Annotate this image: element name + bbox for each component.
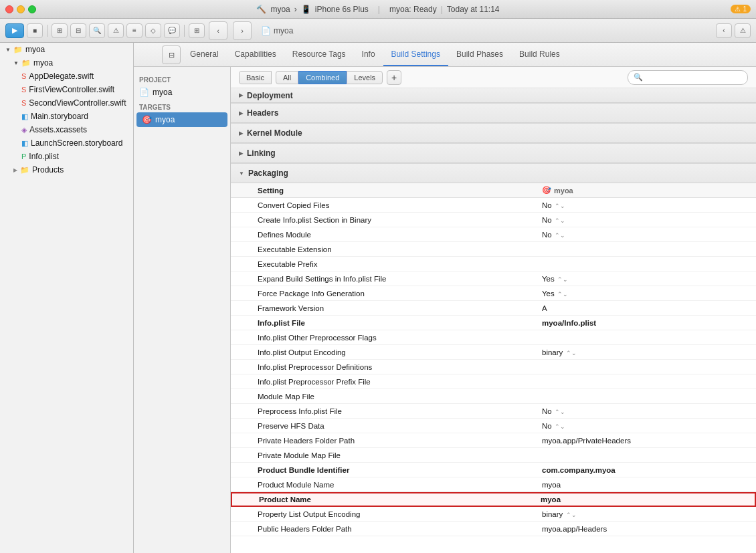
add-setting-button[interactable]: + [387, 70, 401, 85]
linking-section-header[interactable]: ▶ Linking [231, 143, 756, 163]
kernel-section-header[interactable]: ▶ Kernel Module [231, 123, 756, 143]
setting-value: binary ⌃⌄ [542, 510, 756, 518]
status-text: myoa: Ready [389, 5, 437, 14]
table-row[interactable]: Info.plist Preprocessor Definitions [231, 360, 756, 374]
table-row[interactable]: Executable Extension [231, 242, 756, 257]
table-row[interactable]: Defines Module No ⌃⌄ [231, 227, 756, 242]
target-icon: 🎯 [142, 115, 152, 124]
packaging-section-header[interactable]: ▼ Packaging [231, 163, 756, 183]
sidebar-root[interactable]: ▼ 📁 myoa [0, 43, 133, 56]
headers-section-header[interactable]: ▶ Headers [231, 103, 756, 123]
sidebar-appdelegate-label: AppDelegate.swift [29, 72, 94, 81]
table-row[interactable]: Product Module Name myoa [231, 477, 756, 492]
breadcrumb: 📄 myoa [261, 26, 293, 35]
all-button[interactable]: All [276, 71, 298, 84]
warning-badge[interactable]: ⚠ 1 [731, 5, 751, 13]
table-row[interactable]: Force Package Info Generation Yes ⌃⌄ [231, 286, 756, 301]
search-box[interactable]: 🔍 [628, 70, 748, 85]
project-panel-project-name: myoa [153, 88, 172, 97]
basic-button[interactable]: Basic [239, 71, 272, 84]
stepper-icon: ⌃⌄ [556, 276, 569, 283]
sidebar-main-storyboard[interactable]: ◧ Main.storyboard [0, 110, 133, 123]
close-button[interactable] [5, 5, 13, 13]
storyboard-icon-main: ◧ [21, 112, 28, 121]
table-row[interactable]: Info.plist Other Preprocessor Flags [231, 330, 756, 345]
grid-icon[interactable]: ⊞ [189, 23, 205, 38]
table-row[interactable]: Info.plist Output Encoding binary ⌃⌄ [231, 345, 756, 360]
sidebar-products[interactable]: ▶ 📁 Products [0, 163, 133, 177]
minimize-button[interactable] [17, 5, 25, 13]
sub-toolbar: Basic All Combined Levels + 🔍 [231, 67, 756, 88]
tab-build-settings[interactable]: Build Settings [383, 43, 448, 66]
sidebar-infoplist[interactable]: P Info.plist [0, 150, 133, 163]
warning-nav-icon[interactable]: ⚠ [735, 23, 751, 38]
combined-button[interactable]: Combined [298, 71, 347, 84]
sidebar-myoa-folder[interactable]: ▼ 📁 myoa [0, 56, 133, 70]
setting-name: Defines Module [258, 231, 542, 239]
traffic-lights[interactable] [5, 5, 36, 13]
project-panel-project[interactable]: 📄 myoa [134, 85, 230, 100]
list-icon[interactable]: ≡ [126, 23, 143, 38]
table-row[interactable]: Info.plist Preprocessor Prefix File [231, 374, 756, 389]
setting-value: myoa.app/PrivateHeaders [542, 437, 756, 445]
levels-button[interactable]: Levels [347, 71, 383, 84]
product-name-label: Product Name [259, 495, 541, 504]
setting-name: Info.plist Preprocessor Definitions [258, 363, 542, 371]
table-row[interactable]: Framework Version A [231, 301, 756, 316]
comment-icon[interactable]: 💬 [164, 23, 180, 38]
tab-capabilities[interactable]: Capabilities [227, 43, 284, 66]
tab-general[interactable]: General [182, 43, 227, 66]
table-row[interactable]: Private Headers Folder Path myoa.app/Pri… [231, 433, 756, 448]
table-row[interactable]: Property List Output Encoding binary ⌃⌄ [231, 507, 756, 522]
kernel-triangle: ▶ [239, 130, 243, 136]
setting-name: Info.plist Output Encoding [258, 348, 542, 356]
sidebar-firstvc[interactable]: S FirstViewController.swift [0, 83, 133, 96]
product-name-value: myoa [541, 495, 755, 504]
project-panel-target[interactable]: 🎯 myoa [136, 112, 227, 127]
search-icon[interactable]: 🔍 [89, 23, 105, 38]
setting-name: Preserve HFS Data [258, 422, 542, 430]
table-row[interactable]: Create Info.plist Section in Binary No ⌃… [231, 213, 756, 227]
title-bar-right: ⚠ 1 [731, 5, 751, 13]
product-name-row[interactable]: Product Name myoa [231, 492, 756, 507]
tab-resource-tags[interactable]: Resource Tags [284, 43, 354, 66]
tab-build-rules[interactable]: Build Rules [511, 43, 568, 66]
sidebar-launchscreen[interactable]: ◧ LaunchScreen.storyboard [0, 136, 133, 150]
tab-info[interactable]: Info [354, 43, 383, 66]
nav-back-button[interactable]: ‹ [209, 21, 227, 40]
table-row[interactable]: Public Headers Folder Path myoa.app/Head… [231, 522, 756, 536]
nav-forward-button[interactable]: › [233, 21, 252, 40]
scheme-icon[interactable]: ⊞ [52, 23, 68, 38]
sidebar-toggle-icon[interactable]: ⊟ [162, 45, 181, 64]
sidebar-infoplist-label: Info.plist [29, 152, 59, 161]
bookmark-icon[interactable]: ◇ [145, 23, 161, 38]
run-button[interactable]: ▶ [5, 23, 24, 38]
product-bundle-id-name: Product Bundle Identifier [258, 466, 542, 474]
table-row[interactable]: Expand Build Settings in Info.plist File… [231, 271, 756, 286]
stop-button[interactable]: ■ [27, 23, 43, 38]
table-row[interactable]: Convert Copied Files No ⌃⌄ [231, 198, 756, 213]
table-row[interactable]: Product Bundle Identifier com.company.my… [231, 463, 756, 477]
tab-build-phases[interactable]: Build Phases [448, 43, 511, 66]
maximize-button[interactable] [28, 5, 36, 13]
table-row[interactable]: Private Module Map File [231, 448, 756, 463]
tabs-bar: ⊟ General Capabilities Resource Tags Inf… [134, 43, 756, 67]
setting-value: No ⌃⌄ [542, 231, 756, 239]
issues-nav-icon[interactable]: ‹ [716, 23, 732, 38]
right-panel: ⊟ General Capabilities Resource Tags Inf… [134, 43, 756, 553]
setting-value-bold: myoa/Info.plist [542, 319, 756, 327]
sidebar-appdelegate[interactable]: S AppDelegate.swift [0, 70, 133, 83]
table-row[interactable]: Module Map File [231, 389, 756, 404]
myoa-folder-icon: 📁 [21, 59, 31, 68]
deployment-triangle: ▶ [239, 92, 243, 98]
table-row[interactable]: Info.plist File myoa/Info.plist [231, 316, 756, 330]
sidebar-assets[interactable]: ◈ Assets.xcassets [0, 123, 133, 136]
view-toggle-icon[interactable]: ⊟ [70, 23, 86, 38]
table-row[interactable]: Executable Prefix [231, 257, 756, 271]
sidebar-secondvc[interactable]: S SecondViewController.swift [0, 96, 133, 110]
table-row[interactable]: Preserve HFS Data No ⌃⌄ [231, 419, 756, 433]
table-row[interactable]: Preprocess Info.plist File No ⌃⌄ [231, 404, 756, 419]
plist-icon: P [21, 152, 26, 160]
deployment-section-header[interactable]: ▶ Deployment [231, 88, 756, 103]
issues-icon[interactable]: ⚠ [108, 23, 124, 38]
